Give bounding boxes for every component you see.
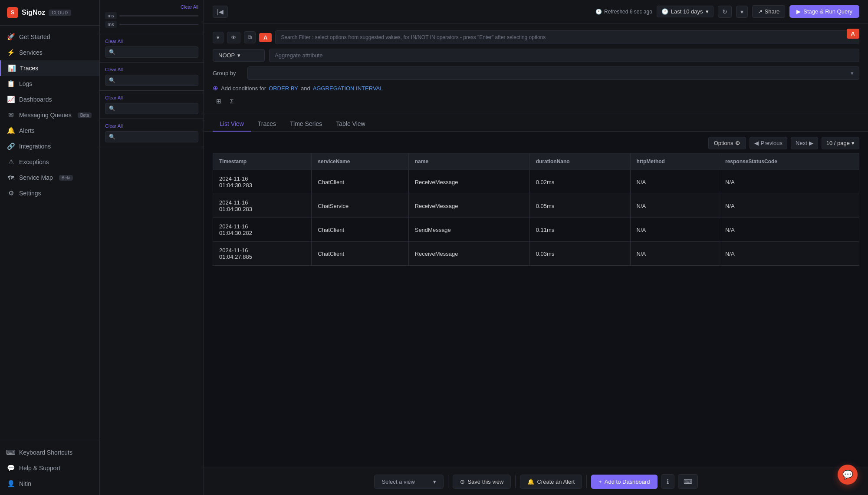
sidebar-item-alerts[interactable]: 🔔 Alerts	[0, 123, 99, 139]
cell-timestamp: 2024-11-1601:04:30.282	[213, 218, 312, 242]
cell-name: ReceiveMessage	[408, 194, 529, 218]
divider-2	[515, 475, 516, 488]
services-icon: ⚡	[7, 49, 15, 56]
sidebar-item-integrations[interactable]: 🔗 Integrations	[0, 139, 99, 154]
sidebar-item-traces[interactable]: 📊 Traces	[0, 60, 99, 76]
refresh-button[interactable]: ↻	[718, 6, 732, 18]
query-copy-button[interactable]: ⧉	[244, 31, 256, 43]
page-size-selector[interactable]: 10 / page ▾	[822, 137, 859, 149]
table-toolbar: Options ⚙ ◀ Previous Next ▶ 10 / page ▾	[213, 132, 859, 153]
table-row[interactable]: 2024-11-1601:04:30.283 ChatClient Receiv…	[213, 170, 859, 194]
aggregation-interval-link[interactable]: AGGREGATION INTERVAL	[313, 85, 383, 92]
sidebar-item-get-started[interactable]: 🚀 Get Started	[0, 29, 99, 45]
query-collapse-button[interactable]: ▾	[213, 32, 224, 43]
sigma-icon-btn[interactable]: Σ	[227, 96, 237, 107]
cell-http-method: N/A	[630, 218, 719, 242]
table-row[interactable]: 2024-11-1601:04:30.282 ChatClient SendMe…	[213, 218, 859, 242]
tab-time-series[interactable]: Time Series	[283, 117, 329, 132]
aggregate-attribute-input[interactable]: Aggregate attribute	[269, 49, 859, 62]
clear-all-button-3[interactable]: Clear All	[105, 67, 123, 72]
sidebar-item-label: Traces	[20, 65, 38, 72]
traces-icon: 📊	[8, 64, 16, 72]
table-row[interactable]: 2024-11-1601:04:27.885 ChatClient Receiv…	[213, 242, 859, 266]
select-view-dropdown[interactable]: Select a view ▾	[374, 475, 444, 489]
get-started-icon: 🚀	[7, 33, 15, 41]
previous-button[interactable]: ◀ Previous	[750, 137, 787, 149]
info-button[interactable]: ℹ	[661, 474, 674, 489]
logo-icon: S	[7, 7, 18, 18]
clear-all-button-5[interactable]: Clear All	[105, 123, 123, 129]
toolbar-left: |◀	[213, 6, 228, 18]
sidebar-item-label: Help & Support	[19, 465, 60, 472]
sidebar-nav: 🚀 Get Started ⚡ Services 📊 Traces 📋 Logs…	[0, 26, 99, 441]
shortcuts-button[interactable]: ⌨	[678, 474, 698, 489]
sidebar-item-label: Get Started	[19, 33, 50, 40]
exceptions-icon: ⚠	[7, 158, 15, 166]
tab-table-view[interactable]: Table View	[329, 117, 372, 132]
sidebar-item-messaging-queues[interactable]: ✉ Messaging Queues Beta	[0, 107, 99, 123]
group-by-input[interactable]: ▾	[247, 66, 859, 80]
filter-row-1: ms	[105, 12, 198, 19]
clear-all-button-4[interactable]: Clear All	[105, 95, 123, 100]
filter-search-input-3[interactable]	[118, 106, 194, 112]
filter-search-input-4[interactable]	[118, 134, 194, 140]
stage-run-button[interactable]: ▶ Stage & Run Query	[789, 5, 859, 18]
table-section: Options ⚙ ◀ Previous Next ▶ 10 / page ▾	[204, 132, 868, 468]
sidebar-item-label: Keyboard Shortcuts	[19, 449, 72, 456]
col-timestamp: Timestamp	[213, 153, 312, 170]
sidebar-item-service-map[interactable]: 🗺 Service Map Beta	[0, 170, 99, 185]
add-conditions-text: Add conditions for	[221, 85, 266, 92]
sidebar-item-settings[interactable]: ⚙ Settings	[0, 185, 99, 201]
chat-bubble-button[interactable]: 💬	[838, 465, 858, 485]
tab-list-view[interactable]: List View	[213, 117, 251, 132]
cell-name: ReceiveMessage	[408, 242, 529, 266]
filter-search-box-2[interactable]: 🔍	[105, 75, 198, 86]
time-range-label: Last 10 days	[671, 8, 703, 15]
filter-search-box-3[interactable]: 🔍	[105, 103, 198, 114]
sidebar-item-keyboard-shortcuts[interactable]: ⌨ Keyboard Shortcuts	[0, 445, 99, 460]
options-button[interactable]: Options ⚙	[708, 137, 746, 149]
select-view-chevron-icon: ▾	[433, 478, 436, 485]
logs-icon: 📋	[7, 80, 15, 88]
order-by-link[interactable]: ORDER BY	[269, 85, 298, 92]
add-to-dashboard-button[interactable]: + Add to Dashboard	[591, 475, 657, 489]
sidebar-item-help-support[interactable]: 💬 Help & Support	[0, 460, 99, 476]
and-text: and	[301, 85, 310, 92]
divider-3	[586, 475, 587, 488]
sidebar-item-services[interactable]: ⚡ Services	[0, 45, 99, 60]
chevron-down-icon: ▾	[706, 8, 709, 15]
more-options-button[interactable]: ▾	[736, 6, 748, 18]
noop-select[interactable]: NOOP ▾	[213, 49, 265, 62]
dashboards-icon: 📈	[7, 96, 15, 103]
cell-service-name: ChatClient	[312, 170, 408, 194]
sidebar-item-user[interactable]: 👤 Nitin	[0, 476, 99, 492]
noop-chevron-icon: ▾	[237, 52, 240, 59]
save-view-button[interactable]: ⊙ Save this view	[453, 475, 511, 489]
sidebar-item-logs[interactable]: 📋 Logs	[0, 76, 99, 92]
tab-traces[interactable]: Traces	[251, 117, 283, 132]
col-duration-nano: durationNano	[529, 153, 630, 170]
time-range-selector[interactable]: 🕐 Last 10 days ▾	[657, 6, 713, 17]
search-filter-bar[interactable]: Search Filter : select options from sugg…	[275, 30, 859, 44]
cell-timestamp: 2024-11-1601:04:30.283	[213, 194, 312, 218]
cell-duration-nano: 0.05ms	[529, 194, 630, 218]
table-view-icon-btn[interactable]: ⊞	[213, 96, 225, 107]
share-button[interactable]: ↗ Share	[752, 5, 786, 18]
query-preview-button[interactable]: 👁	[227, 32, 240, 43]
sidebar-item-dashboards[interactable]: 📈 Dashboards	[0, 92, 99, 107]
service-map-beta-badge: Beta	[59, 175, 73, 181]
filter-search-box-1[interactable]: 🔍	[105, 46, 198, 58]
sidebar-item-label: Services	[19, 49, 43, 56]
collapse-panel-button[interactable]: |◀	[213, 6, 228, 18]
clear-all-button-1[interactable]: Clear All	[181, 4, 198, 10]
table-row[interactable]: 2024-11-1601:04:30.283 ChatService Recei…	[213, 194, 859, 218]
cell-timestamp: 2024-11-1601:04:30.283	[213, 170, 312, 194]
cell-response-status-code: N/A	[719, 242, 859, 266]
clear-all-button-2[interactable]: Clear All	[105, 39, 123, 44]
sidebar-item-exceptions[interactable]: ⚠ Exceptions	[0, 154, 99, 170]
filter-search-box-4[interactable]: 🔍	[105, 131, 198, 142]
filter-search-input-2[interactable]	[118, 77, 194, 83]
filter-search-input-1[interactable]	[118, 49, 194, 55]
create-alert-button[interactable]: 🔔 Create an Alert	[520, 475, 582, 489]
next-button[interactable]: Next ▶	[791, 137, 818, 149]
